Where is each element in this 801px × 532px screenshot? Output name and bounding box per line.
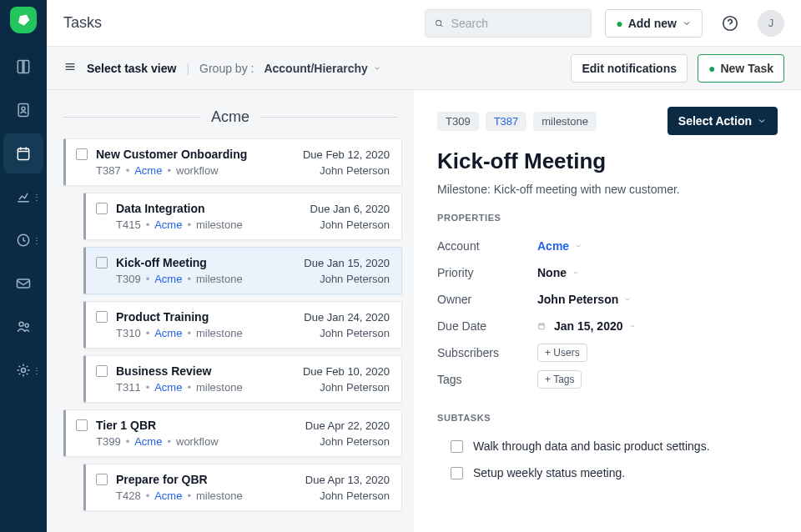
help-button[interactable]: [716, 9, 744, 38]
task-account[interactable]: Acme: [134, 435, 162, 448]
breadcrumb-tag[interactable]: milestone: [533, 112, 597, 131]
svg-point-1: [22, 107, 25, 110]
svg-point-8: [436, 20, 441, 25]
task-due: Due Apr 13, 2020: [305, 474, 390, 486]
chevron-down-icon: [572, 269, 580, 277]
plus-icon: ●: [616, 17, 622, 30]
app-logo: [10, 7, 37, 33]
subtask-checkbox[interactable]: [451, 440, 463, 453]
task-id: T428: [116, 489, 141, 502]
nav-analytics[interactable]: ⋮: [3, 177, 43, 217]
chevron-down-icon: [628, 322, 637, 330]
task-assignee: John Peterson: [320, 489, 390, 502]
group-by-label: Group by :: [199, 62, 254, 75]
avatar[interactable]: J: [758, 10, 784, 37]
prop-owner-label: Owner: [437, 293, 537, 306]
subtask-label: Setup weekly status meeting.: [473, 466, 625, 479]
task-checkbox[interactable]: [96, 311, 108, 323]
search-input[interactable]: [451, 17, 583, 30]
prop-owner-value[interactable]: John Peterson: [537, 293, 632, 306]
new-task-button[interactable]: ● New Task: [698, 54, 784, 83]
subtask-row[interactable]: Setup weekly status meeting.: [437, 459, 778, 486]
chevron-down-icon: [373, 64, 381, 73]
prop-due-value[interactable]: Jan 15, 2020: [537, 319, 637, 333]
task-title: Product Training: [116, 310, 295, 324]
breadcrumb-id-1[interactable]: T309: [437, 112, 479, 131]
task-card[interactable]: Prepare for QBRDue Apr 13, 2020T428•Acme…: [83, 464, 402, 511]
subtask-checkbox[interactable]: [451, 467, 463, 479]
task-list-pane: Acme New Customer OnboardingDue Feb 12, …: [47, 90, 414, 532]
group-by-value: Account/Hierarchy: [264, 62, 367, 75]
search-field[interactable]: [425, 9, 592, 38]
task-card[interactable]: Product TrainingDue Jan 24, 2020T310•Acm…: [83, 301, 402, 349]
toolbar: Select task view | Group by : Account/Hi…: [47, 47, 801, 90]
properties-heading: PROPERTIES: [437, 213, 778, 223]
nav-settings[interactable]: ⋮: [3, 350, 43, 390]
task-due: Due Feb 12, 2020: [303, 148, 390, 161]
task-checkbox[interactable]: [96, 203, 108, 214]
breadcrumb-id-2[interactable]: T387: [486, 112, 527, 131]
nav-team[interactable]: [3, 307, 43, 347]
task-detail-pane: T309 T387 milestone Select Action Kick-o…: [414, 90, 801, 532]
svg-point-6: [25, 324, 28, 327]
nav-contact[interactable]: [3, 90, 43, 130]
nav-tasks[interactable]: [3, 133, 43, 173]
task-checkbox[interactable]: [96, 365, 108, 377]
task-account[interactable]: Acme: [154, 327, 182, 339]
menu-icon[interactable]: [63, 60, 77, 76]
select-task-view[interactable]: Select task view: [87, 62, 176, 75]
svg-point-5: [19, 322, 23, 326]
prop-account-label: Account: [437, 239, 537, 253]
add-tags-button[interactable]: + Tags: [537, 370, 582, 389]
task-account[interactable]: Acme: [154, 273, 182, 285]
task-assignee: John Peterson: [320, 218, 390, 231]
task-card[interactable]: Data IntegrationDue Jan 6, 2020T415•Acme…: [83, 193, 402, 240]
nav-inbox[interactable]: [3, 263, 43, 304]
task-due: Due Apr 22, 2020: [305, 419, 390, 432]
task-checkbox[interactable]: [76, 148, 88, 160]
subtasks-heading: SUBTASKS: [437, 413, 778, 423]
add-subscribers-button[interactable]: + Users: [537, 344, 587, 362]
group-by-select[interactable]: Account/Hierarchy: [264, 62, 380, 75]
chevron-down-icon: [757, 116, 767, 126]
nav-book[interactable]: [3, 47, 43, 87]
edit-notifications-button[interactable]: Edit notifications: [571, 54, 688, 83]
task-checkbox[interactable]: [76, 419, 88, 431]
task-assignee: John Peterson: [320, 327, 390, 339]
nav-goals[interactable]: ⋮: [3, 220, 43, 260]
topbar: Tasks ● Add new J: [47, 0, 801, 47]
prop-account-value[interactable]: Acme: [537, 239, 582, 253]
select-action-button[interactable]: Select Action: [668, 107, 778, 135]
prop-priority-label: Priority: [437, 266, 537, 279]
add-new-label: Add new: [628, 17, 677, 30]
task-id: T387: [96, 164, 121, 177]
task-detail-description: Milestone: Kick-off meeting with new cus…: [437, 183, 778, 196]
task-title: Data Integration: [116, 202, 302, 215]
task-checkbox[interactable]: [96, 257, 108, 269]
task-assignee: John Peterson: [320, 273, 390, 285]
task-id: T415: [116, 218, 141, 231]
task-account[interactable]: Acme: [154, 489, 182, 502]
task-title: Prepare for QBR: [116, 473, 297, 486]
prop-priority-value[interactable]: None: [537, 266, 580, 279]
calendar-icon: [537, 322, 546, 330]
chevron-down-icon: [623, 295, 632, 304]
task-account[interactable]: Acme: [154, 218, 182, 231]
account-header: Acme: [63, 107, 397, 127]
task-type: workflow: [176, 435, 219, 448]
prop-tags-label: Tags: [437, 373, 537, 386]
subtask-row[interactable]: Walk through data and basic product sett…: [437, 433, 778, 459]
task-account[interactable]: Acme: [134, 164, 162, 177]
task-card[interactable]: Kick-off MeetingDue Jan 15, 2020T309•Acm…: [83, 247, 402, 294]
task-checkbox[interactable]: [96, 474, 108, 485]
subtask-label: Walk through data and basic product sett…: [473, 439, 710, 453]
task-due: Due Jan 15, 2020: [304, 257, 390, 269]
task-type: workflow: [176, 164, 219, 177]
chevron-down-icon: [574, 242, 582, 250]
task-type: milestone: [196, 273, 243, 285]
task-card[interactable]: Business ReviewDue Feb 10, 2020T311•Acme…: [83, 355, 402, 403]
add-new-button[interactable]: ● Add new: [605, 9, 703, 38]
task-card[interactable]: New Customer OnboardingDue Feb 12, 2020T…: [63, 138, 402, 186]
task-card[interactable]: Tier 1 QBRDue Apr 22, 2020T399•Acme•work…: [63, 409, 402, 457]
task-account[interactable]: Acme: [154, 381, 182, 394]
